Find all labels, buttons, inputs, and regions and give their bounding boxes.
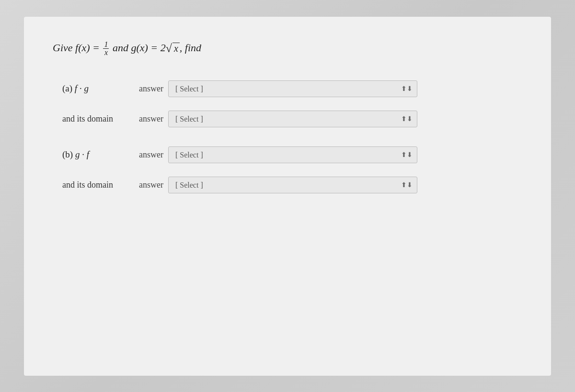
sqrt-wrapper: √x (166, 42, 180, 55)
part-a-label: (a) f · g (62, 83, 139, 94)
fraction: 1x (103, 41, 109, 56)
part-b-row: (b) g · f answer [ Select ] 2/√x 2√x / x… (62, 146, 522, 163)
part-b-g: g (75, 149, 80, 159)
part-b-select[interactable]: [ Select ] 2/√x 2√x / x 2x√x 1/(2√x) (168, 146, 417, 163)
sqrt-content: x (172, 43, 180, 54)
fraction-denominator: x (104, 49, 109, 56)
part-a-prefix: (a) (62, 83, 75, 93)
part-b-domain-select[interactable]: [ Select ] x ≥ 0 x > 0 x ≠ 0 all real nu… (168, 177, 417, 193)
part-b-f: f (87, 149, 89, 159)
part-b-domain-label: and its domain (62, 180, 139, 190)
part-b-block: (b) g · f answer [ Select ] 2/√x 2√x / x… (53, 146, 522, 193)
part-b-answer-label: answer (139, 150, 163, 160)
part-a-domain-row: and its domain answer [ Select ] x ≥ 0 x… (62, 111, 522, 127)
page-container: Give f(x) = 1x and g(x) = 2√x, find (a) … (24, 17, 551, 376)
g-equals: = 2 (148, 41, 166, 53)
statement-prefix: Give (53, 41, 75, 53)
part-a-domain-label: and its domain (62, 114, 139, 124)
part-a-select-container: [ Select ] 2/√x 2√x / x 2x√x 1/(2√x) ⬆⬇ (168, 80, 417, 97)
part-a-domain-answer-label: answer (139, 114, 163, 124)
part-b-prefix: (b) (62, 149, 75, 159)
part-a-domain-select[interactable]: [ Select ] x ≥ 0 x > 0 x ≠ 0 all real nu… (168, 111, 417, 127)
part-a-row: (a) f · g answer [ Select ] 2/√x 2√x / x… (62, 80, 522, 97)
g-paren-x: (x) (136, 41, 148, 53)
part-b-label: (b) g · f (62, 149, 139, 160)
find-text: , find (180, 41, 201, 53)
part-a-domain-select-container: [ Select ] x ≥ 0 x > 0 x ≠ 0 all real nu… (168, 111, 417, 127)
part-b-select-container: [ Select ] 2/√x 2√x / x 2x√x 1/(2√x) ⬆⬇ (168, 146, 417, 163)
part-a-block: (a) f · g answer [ Select ] 2/√x 2√x / x… (53, 80, 522, 127)
part-a-g: g (84, 83, 89, 93)
part-b-domain-select-container: [ Select ] x ≥ 0 x > 0 x ≠ 0 all real nu… (168, 177, 417, 193)
connector: and (110, 41, 131, 53)
part-b-domain-row: and its domain answer [ Select ] x ≥ 0 x… (62, 177, 522, 193)
part-b-dot: · (80, 149, 86, 159)
part-a-select[interactable]: [ Select ] 2/√x 2√x / x 2x√x 1/(2√x) (168, 80, 417, 97)
part-a-answer-label: answer (139, 84, 163, 94)
part-a-dot: · (77, 83, 84, 93)
part-b-domain-answer-label: answer (139, 180, 163, 190)
equals1: = (90, 41, 103, 53)
fraction-numerator: 1 (103, 41, 109, 49)
f-paren-x: (x) (78, 41, 90, 53)
problem-statement: Give f(x) = 1x and g(x) = 2√x, find (53, 41, 522, 56)
sqrt-symbol: √ (166, 42, 172, 55)
g-label: g (131, 41, 136, 53)
